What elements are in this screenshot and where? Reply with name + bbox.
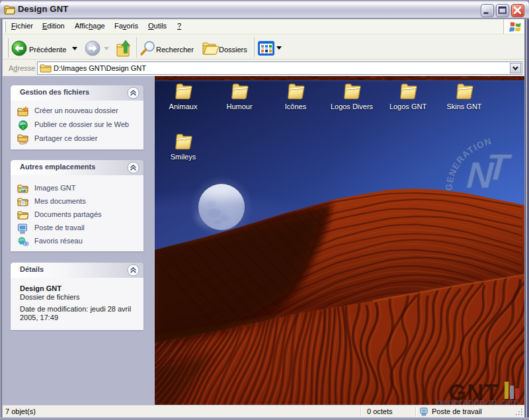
svg-text:generation-nt.com: generation-nt.com <box>436 396 519 405</box>
